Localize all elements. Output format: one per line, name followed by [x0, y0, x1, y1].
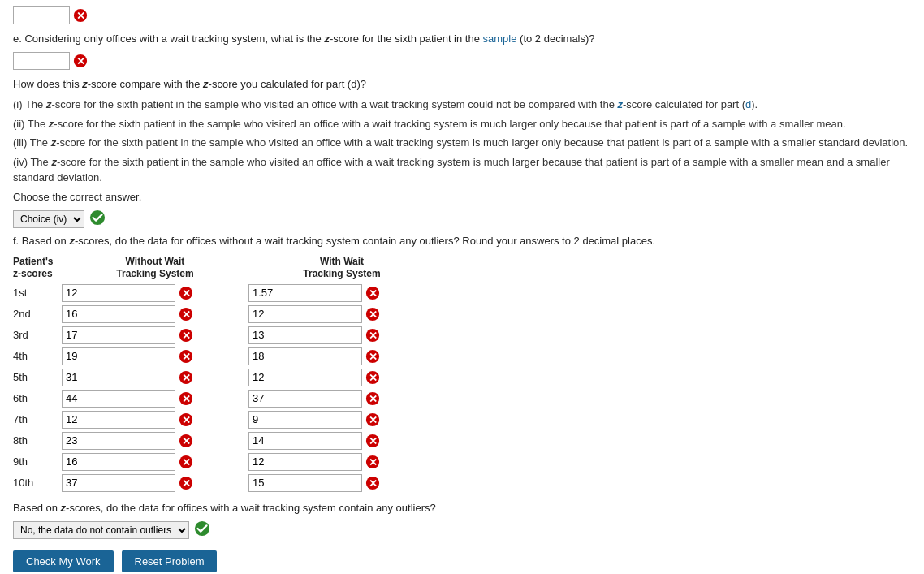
row-label: 10th: [13, 477, 62, 489]
svg-text:✕: ✕: [369, 330, 378, 341]
table-row: 5th ✕ ✕: [13, 369, 911, 386]
row-label: 7th: [13, 413, 62, 425]
choice-row: Choice (i) Choice (ii) Choice (iii) Choi…: [13, 209, 911, 228]
input-without-8th[interactable]: [62, 432, 175, 450]
error-with-10th-icon: ✕: [365, 476, 380, 490]
error-with-7th-icon: ✕: [365, 412, 380, 427]
row-label: 2nd: [13, 308, 62, 320]
input-with-2nd[interactable]: [248, 305, 362, 323]
top-answer-row: -0.51 ✕: [13, 6, 911, 24]
table-row: 2nd ✕ ✕: [13, 305, 911, 323]
table-rows: 1st ✕ ✕ 2nd ✕ ✕ 3rd ✕ ✕ 4th ✕ ✕ 5th ✕: [13, 284, 911, 492]
row-label: 1st: [13, 287, 62, 299]
cell-with-1st: ✕: [248, 284, 435, 302]
error-with-8th-icon: ✕: [365, 434, 380, 448]
input-with-5th[interactable]: [248, 369, 362, 386]
input-without-2nd[interactable]: [62, 305, 175, 323]
top-answer-input[interactable]: -0.51: [13, 6, 70, 24]
cell-without-10th: ✕: [62, 474, 248, 492]
option-ii: (ii) The z-score for the sixth patient i…: [13, 116, 911, 132]
table-header: Patient'sz-scores Without WaitTracking S…: [13, 256, 911, 281]
error-with-1st-icon: ✕: [365, 286, 380, 300]
table-row: 6th ✕ ✕: [13, 390, 911, 408]
input-with-10th[interactable]: [248, 474, 362, 492]
input-without-5th[interactable]: [62, 369, 175, 386]
option-iii: (iii) The z-score for the sixth patient …: [13, 135, 911, 151]
input-without-10th[interactable]: [62, 474, 175, 492]
cell-without-8th: ✕: [62, 432, 248, 450]
error-without-1st-icon: ✕: [179, 286, 193, 300]
cell-with-9th: ✕: [248, 453, 435, 471]
row-label: 4th: [13, 350, 62, 362]
reset-problem-button[interactable]: Reset Problem: [122, 550, 218, 572]
input-with-3rd[interactable]: [248, 326, 362, 344]
svg-text:✕: ✕: [182, 309, 191, 320]
svg-text:✕: ✕: [369, 372, 378, 383]
error-with-4th-icon: ✕: [365, 349, 380, 364]
row-label: 9th: [13, 455, 62, 468]
table-row: 1st ✕ ✕: [13, 284, 911, 302]
cell-with-7th: ✕: [248, 411, 435, 429]
table-row: 4th ✕ ✕: [13, 347, 911, 365]
error-with-6th-icon: ✕: [365, 391, 380, 406]
cell-without-2nd: ✕: [62, 305, 248, 323]
cell-with-2nd: ✕: [248, 305, 435, 323]
input-with-1st[interactable]: [248, 284, 362, 302]
error-without-7th-icon: ✕: [179, 412, 193, 427]
outlier-choice-row: No, the data do not contain outliers Yes…: [13, 520, 911, 539]
input-without-6th[interactable]: [62, 390, 175, 408]
table-row: 8th ✕ ✕: [13, 432, 911, 450]
cell-without-3rd: ✕: [62, 326, 248, 344]
svg-text:✕: ✕: [76, 11, 85, 22]
table-row: 3rd ✕ ✕: [13, 326, 911, 344]
input-with-6th[interactable]: [248, 390, 362, 408]
input-without-4th[interactable]: [62, 347, 175, 365]
svg-text:✕: ✕: [182, 330, 191, 341]
svg-text:✕: ✕: [182, 393, 191, 404]
error-without-2nd-icon: ✕: [179, 307, 193, 322]
input-with-9th[interactable]: [248, 453, 362, 471]
error-without-10th-icon: ✕: [179, 476, 193, 490]
input-with-4th[interactable]: [248, 347, 362, 365]
row-label: 8th: [13, 434, 62, 447]
cell-without-1st: ✕: [62, 284, 248, 302]
question-e-input[interactable]: -2.25: [13, 52, 70, 70]
cell-with-10th: ✕: [248, 474, 435, 492]
option-iv: (iv) The z-score for the sixth patient i…: [13, 154, 911, 186]
table-row: 9th ✕ ✕: [13, 453, 911, 471]
outlier-select[interactable]: No, the data do not contain outliers Yes…: [13, 521, 189, 539]
input-without-7th[interactable]: [62, 411, 175, 429]
svg-text:✕: ✕: [182, 351, 191, 362]
error-with-3rd-icon: ✕: [365, 328, 380, 343]
input-without-1st[interactable]: [62, 284, 175, 302]
svg-text:✕: ✕: [369, 477, 378, 489]
choose-label: Choose the correct answer.: [13, 189, 911, 205]
svg-text:✕: ✕: [369, 456, 378, 468]
input-with-8th[interactable]: [248, 432, 362, 450]
error-with-9th-icon: ✕: [365, 455, 380, 469]
choice-select[interactable]: Choice (i) Choice (ii) Choice (iii) Choi…: [13, 210, 84, 228]
col-with-header: With WaitTracking System: [248, 256, 435, 281]
bottom-buttons: Check My Work Reset Problem: [13, 550, 911, 572]
error-without-4th-icon: ✕: [179, 349, 193, 364]
cell-with-3rd: ✕: [248, 326, 435, 344]
col-patient-header: Patient'sz-scores: [13, 256, 62, 281]
check-my-work-button[interactable]: Check My Work: [13, 550, 114, 572]
input-with-7th[interactable]: [248, 411, 362, 429]
input-without-9th[interactable]: [62, 453, 175, 471]
error-without-3rd-icon: ✕: [179, 328, 193, 343]
row-label: 3rd: [13, 329, 62, 341]
compare-question: How does this z-score compare with the z…: [13, 76, 911, 93]
input-without-3rd[interactable]: [62, 326, 175, 344]
cell-without-5th: ✕: [62, 369, 248, 386]
svg-text:✕: ✕: [369, 393, 378, 404]
svg-text:✕: ✕: [182, 414, 191, 425]
error-without-9th-icon: ✕: [179, 455, 193, 469]
svg-text:✕: ✕: [182, 435, 191, 447]
cell-with-4th: ✕: [248, 347, 435, 365]
svg-text:✕: ✕: [369, 351, 378, 362]
svg-text:✕: ✕: [369, 435, 378, 447]
cell-without-6th: ✕: [62, 390, 248, 408]
error-without-6th-icon: ✕: [179, 391, 193, 406]
question-e-text: e. Considering only offices with a wait …: [13, 31, 911, 47]
